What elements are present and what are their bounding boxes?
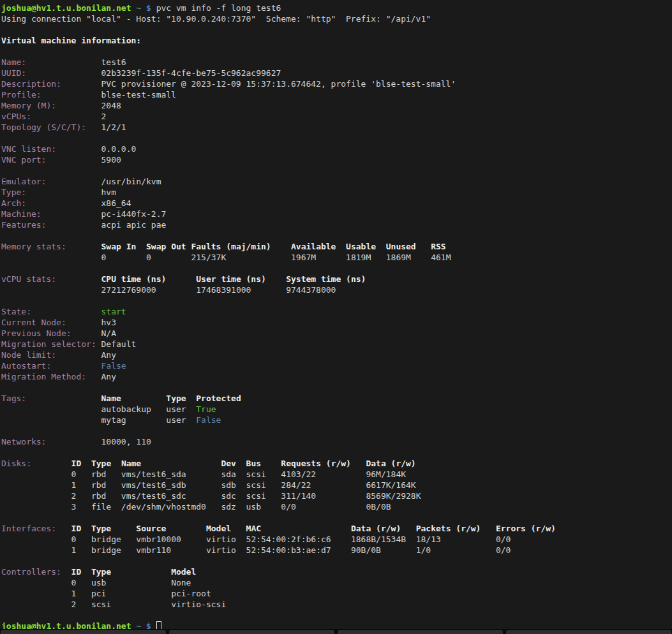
row-vnc-listen: VNC listen: 0.0.0.0 (1, 144, 672, 154)
row-networks: Networks: 10000, 110 (1, 436, 672, 447)
text-segment: x86_64 (101, 198, 131, 208)
text-segment: Name (101, 394, 121, 403)
text-segment: Bus (246, 459, 261, 468)
row-migration-method: Migration Method: Any (1, 371, 672, 382)
text-segment: Type (166, 394, 186, 403)
disk-row: 2 rbd vms/test6_sdc sdc scsi 311/140 856… (1, 490, 672, 501)
text-segment: None (171, 578, 191, 587)
controller-row: 2 scsi virtio-scsi (1, 599, 672, 610)
row-topology: Topology (S/C/T): 1/2/1 (1, 122, 672, 133)
row-migration-selector: Migration selector: Default (1, 339, 672, 350)
row-current-node: Current Node: hv3 (1, 317, 672, 328)
text-segment: scsi (246, 480, 266, 490)
window-tab[interactable] (169, 630, 334, 634)
tag-row: mytag user False (1, 415, 672, 425)
text-segment: mytag (101, 415, 126, 425)
text-segment: Source (136, 524, 166, 533)
text-segment: Available (291, 242, 336, 251)
text-segment: 1868B/1534B (351, 534, 406, 544)
text-segment: True (196, 404, 216, 414)
text-segment: 1/0 (416, 545, 431, 555)
text-segment: Swap In (101, 242, 137, 251)
interface-row: 0 bridge vmbr10000 virtio 52:54:00:2f:b6… (1, 534, 672, 545)
text-segment: 1 (71, 480, 77, 490)
vm-info-title: Virtual machine information: (1, 36, 141, 45)
disks-header: Disks: ID Type Name Dev Bus Requests (r/… (1, 458, 672, 469)
text-segment: 9744378000 (286, 285, 336, 295)
vm-name-value: test6 (101, 57, 126, 67)
text-segment: 1819M (346, 253, 371, 262)
blank-line (1, 610, 672, 621)
text-segment: Model (206, 524, 231, 533)
text-segment: 215/37K (191, 253, 226, 262)
text-segment: Usable (346, 242, 376, 251)
controller-row: 1 pci pci-root (1, 588, 672, 599)
window-tab[interactable] (1, 630, 166, 634)
text-segment: 0 (146, 253, 151, 262)
text-segment: acpi apic pae (101, 220, 167, 230)
text-segment: 0 (101, 253, 107, 262)
text-segment: virtio (206, 545, 236, 555)
text-segment: 0/0 (496, 545, 511, 555)
text-segment: blse-test-small (101, 90, 176, 100)
text-segment: 0B/0B (366, 502, 391, 512)
text-segment: Profile: (1, 90, 41, 100)
text-segment: False (196, 415, 221, 425)
text-segment: pci-root (171, 589, 211, 598)
memory-stats-values: 0 0 215/37K 1967M 1819M 1869M 461M (1, 252, 672, 263)
text-segment: 10000, 110 (101, 437, 151, 446)
text-segment: rbd (91, 469, 106, 479)
text-segment: 52:54:00:2f:b6:c6 (246, 534, 331, 544)
text-segment: 2 (101, 112, 107, 121)
text-segment: Disks: (1, 459, 31, 468)
text-segment: 0/0 (281, 502, 295, 512)
text-segment: 52:54:00:b3:ae:d7 (246, 545, 331, 555)
text-segment: /dev/shm/vhostmd0 (121, 502, 206, 512)
text-segment: Any (101, 350, 116, 360)
window-tab[interactable] (506, 630, 671, 634)
row-vnc-port: VNC port: 5900 (1, 154, 672, 165)
text-segment: 1 (71, 545, 77, 555)
text-segment: Memory stats: (1, 242, 66, 251)
text-segment: 2 (71, 600, 77, 609)
interfaces-header: Interfaces: ID Type Source Model MAC Dat… (1, 523, 672, 534)
terminal-screen[interactable]: joshua@hv1.t.u.bonilan.net ~ $ pvc vm in… (0, 0, 672, 629)
controller-row: 0 usb None (1, 577, 672, 588)
text-segment: Arch: (1, 198, 26, 208)
text-segment: sdb (221, 480, 235, 490)
text-segment: scsi (246, 469, 266, 479)
text-segment: ID (71, 567, 82, 577)
blank-line (1, 133, 672, 144)
text-segment: Any (101, 372, 116, 381)
row-node-limit: Node limit: Any (1, 350, 672, 360)
tag-row: autobackup user True (1, 404, 672, 415)
text-segment: MAC (246, 524, 261, 533)
text-segment: 1967M (291, 253, 316, 262)
text-segment: State: (1, 307, 31, 316)
text-segment: 0 (71, 578, 77, 587)
row-uuid: UUID: 02b3239f-135f-4cfe-be75-5c962ac996… (1, 68, 672, 78)
text-segment: 02b3239f-135f-4cfe-be75-5c962ac99627 (101, 68, 281, 78)
disk-row: 1 rbd vms/test6_sdb sdb scsi 284/22 6617… (1, 480, 672, 490)
section-title: Virtual machine information: (1, 35, 672, 46)
text-segment: RSS (431, 242, 445, 251)
text-segment: Faults (maj/min) (191, 242, 271, 251)
text-segment: file (91, 502, 111, 512)
text-segment: 0.0.0.0 (101, 144, 137, 154)
text-segment: Migration selector: (1, 339, 96, 349)
bottom-bar (0, 629, 672, 634)
prompt-line: joshua@hv1.t.u.bonilan.net ~ $ pvc vm in… (1, 3, 672, 13)
text-segment: Autostart: (1, 361, 51, 371)
blank-line (1, 230, 672, 241)
text-segment: Type (91, 459, 111, 468)
text-segment: Requests (r/w) (281, 459, 351, 468)
window-tab[interactable] (338, 630, 503, 634)
text-segment: ID (71, 459, 82, 468)
text-segment: Packets (r/w) (416, 524, 481, 533)
text-segment: UUID: (1, 68, 26, 78)
blank-line (1, 512, 672, 523)
text-segment: Using connection "local" - Host: "10.90.… (1, 14, 431, 24)
text-segment: VNC listen: (1, 144, 56, 154)
vm-state-value: start (101, 307, 126, 316)
text-segment: Errors (r/w) (496, 524, 556, 533)
